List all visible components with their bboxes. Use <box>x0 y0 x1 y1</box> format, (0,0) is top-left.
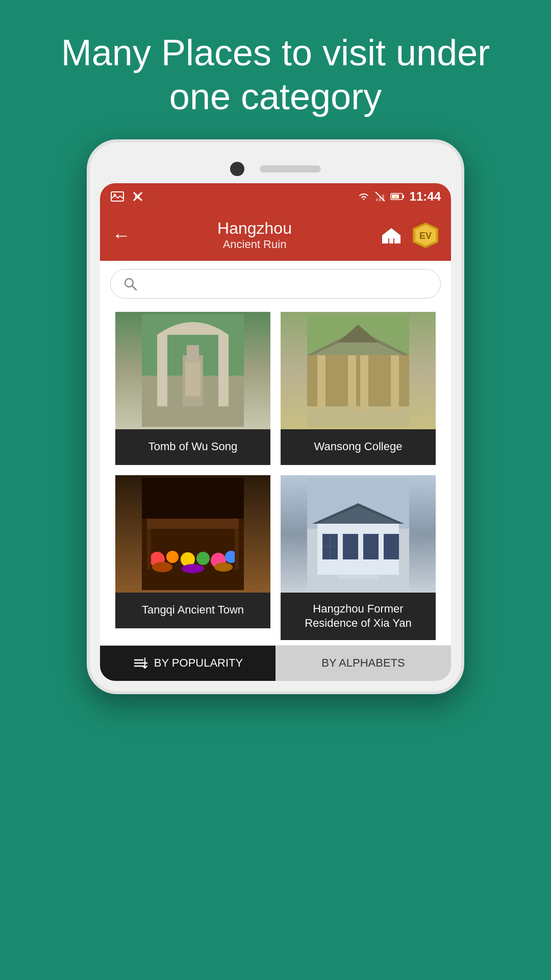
status-icons-right: ⚡ 11:44 <box>358 189 441 204</box>
app-city-title: Hangzhou <box>141 219 368 238</box>
svg-rect-55 <box>384 534 399 559</box>
image-status-icon <box>110 191 124 202</box>
svg-rect-19 <box>218 335 229 406</box>
place-image-hangzhou <box>281 475 436 593</box>
svg-rect-58 <box>338 575 379 579</box>
svg-point-36 <box>166 551 179 563</box>
popularity-label: BY POPULARITY <box>154 656 243 670</box>
hangzhou-image <box>307 478 409 590</box>
svg-point-38 <box>196 552 210 565</box>
svg-rect-53 <box>343 534 358 559</box>
place-label-wansong: Wansong College <box>281 429 436 465</box>
app-category-subtitle: Ancient Ruin <box>141 238 368 251</box>
place-card-tomb-wu-song[interactable]: Tomb of Wu Song <box>115 312 270 465</box>
place-card-hangzhou-residence[interactable]: Hangzhou Former Residence of Xia Yan <box>281 475 436 640</box>
page-header: Many Places to visit under one category <box>0 0 551 139</box>
tomb-image <box>142 314 244 427</box>
status-bar: N <box>100 183 451 210</box>
svg-line-15 <box>132 286 136 290</box>
phone-top-bar <box>100 153 451 183</box>
search-input[interactable] <box>144 277 428 291</box>
svg-rect-5 <box>382 194 384 201</box>
svg-rect-21 <box>185 360 201 396</box>
svg-rect-45 <box>147 529 151 570</box>
svg-text:N: N <box>135 192 140 201</box>
phone-frame: N <box>87 139 464 694</box>
app-bar-actions: EV <box>379 222 439 249</box>
svg-text:EV: EV <box>419 231 432 241</box>
svg-rect-28 <box>360 350 368 411</box>
sort-icon <box>133 655 149 671</box>
status-time: 11:44 <box>410 189 441 204</box>
place-card-tangqi[interactable]: Tangqi Ancient Town <box>115 475 270 640</box>
svg-rect-18 <box>157 335 167 406</box>
wansong-image <box>307 314 409 427</box>
svg-rect-54 <box>363 534 379 559</box>
svg-rect-3 <box>376 199 378 201</box>
svg-rect-44 <box>147 519 239 529</box>
app-bar: ← Hangzhou Ancient Ruin EV <box>100 210 451 261</box>
sort-by-alphabets-button[interactable]: BY ALPHABETS <box>276 646 451 681</box>
phone-camera <box>230 162 244 176</box>
sort-by-popularity-button[interactable]: BY POPULARITY <box>100 646 276 681</box>
search-icon <box>123 277 137 291</box>
svg-rect-8 <box>403 195 404 198</box>
place-label-tomb-wu-song: Tomb of Wu Song <box>115 429 270 465</box>
phone-screen: N <box>100 183 451 681</box>
svg-rect-46 <box>235 529 239 570</box>
svg-rect-59 <box>343 579 373 582</box>
page-title: Many Places to visit under one category <box>41 31 510 119</box>
place-card-wansong[interactable]: Wansong College <box>281 312 436 465</box>
place-label-tangqi: Tangqi Ancient Town <box>115 593 270 628</box>
ev-badge: EV <box>412 222 439 249</box>
place-image-tomb <box>115 312 270 429</box>
svg-point-41 <box>152 562 172 572</box>
place-label-hangzhou-residence: Hangzhou Former Residence of Xia Yan <box>281 593 436 640</box>
place-image-wansong <box>281 312 436 429</box>
alphabets-label: BY ALPHABETS <box>321 656 405 670</box>
status-icons-left: N <box>110 191 145 202</box>
home-button[interactable] <box>379 223 404 248</box>
svg-rect-10 <box>389 238 393 243</box>
place-image-tangqi <box>115 475 270 593</box>
back-button[interactable]: ← <box>112 225 131 246</box>
svg-rect-29 <box>391 350 399 411</box>
svg-point-43 <box>214 562 233 572</box>
app-bar-title: Hangzhou Ancient Ruin <box>141 219 368 251</box>
search-container <box>100 261 451 307</box>
notification-status-icon: N <box>131 191 145 202</box>
phone-speaker <box>260 165 321 173</box>
svg-text:⚡: ⚡ <box>393 194 398 200</box>
svg-rect-26 <box>317 350 325 411</box>
svg-rect-22 <box>187 345 199 363</box>
bottom-bar: BY POPULARITY BY ALPHABETS <box>100 645 451 681</box>
search-bar[interactable] <box>110 269 441 299</box>
places-grid: Tomb of Wu Song <box>100 307 451 645</box>
svg-rect-4 <box>379 197 381 201</box>
svg-rect-27 <box>348 350 356 411</box>
tangqi-image <box>142 478 244 590</box>
svg-point-42 <box>182 564 204 573</box>
